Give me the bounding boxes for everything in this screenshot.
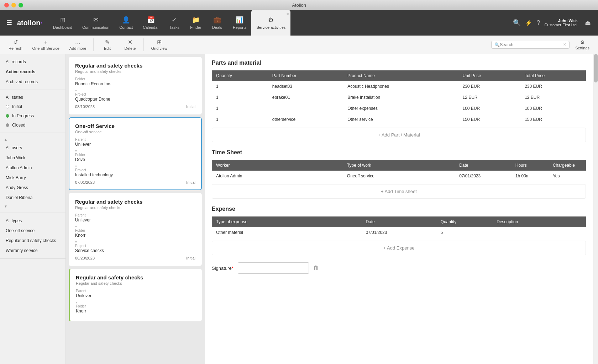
minimize-button[interactable]	[11, 3, 16, 7]
nav-item-tasks[interactable]: ✓ Tasks	[164, 10, 185, 36]
nav-item-label: Reports	[233, 25, 247, 30]
help-icon[interactable]: ?	[536, 19, 540, 27]
cell-unit-price: 12 EUR	[458, 92, 521, 103]
cell-product-name: Other service	[343, 114, 458, 125]
closed-dot	[6, 123, 9, 127]
sidebar-item-all-records[interactable]: All records	[0, 57, 65, 67]
table-row[interactable]: 1 Other expenses 100 EUR 100 EUR	[212, 103, 586, 114]
card-status: Initial	[186, 105, 195, 109]
contact-icon: 👤	[122, 16, 130, 24]
parent-label: Parent	[75, 213, 195, 217]
sidebar-type-regular[interactable]: Regular and safety checks	[0, 236, 65, 246]
card-subtitle: One-off service	[75, 130, 195, 134]
nav-item-calendar[interactable]: 📅 Calendar	[138, 10, 164, 36]
sidebar-state-closed[interactable]: Closed	[0, 121, 65, 130]
sidebar-type-warranty[interactable]: Warranty service	[0, 246, 65, 256]
card-2[interactable]: One-off Service One-off service Parent U…	[69, 117, 202, 190]
user-menu[interactable]: John Wick Customer First Ltd.	[544, 18, 578, 27]
sidebar-user-all[interactable]: All users	[0, 143, 65, 153]
cell-part-number: headset03	[268, 81, 343, 92]
table-row[interactable]: 1 otherservice Other service 150 EUR 150…	[212, 114, 586, 125]
parent-value: Unilever	[76, 293, 195, 298]
delete-label: Delete	[125, 46, 136, 50]
cell-type-of-work: Oneoff service	[343, 171, 455, 181]
logout-icon[interactable]: ⏏	[582, 19, 591, 27]
toolbar-divider-2	[143, 38, 144, 51]
table-row[interactable]: 1 ebrake01 Brake Installation 12 EUR 12 …	[212, 92, 586, 103]
sidebar-state-in-progress[interactable]: In Progress	[0, 111, 65, 121]
card-4[interactable]: Regular and safety checks Regular and sa…	[69, 269, 202, 321]
nav-item-dashboard[interactable]: ⊞ Dashboard	[48, 10, 77, 36]
chevron-icon: ▾	[76, 300, 195, 304]
lightning-icon[interactable]: ⚡	[525, 20, 532, 26]
project-label: Project	[75, 92, 195, 96]
nav-item-contact[interactable]: 👤 Contact	[114, 10, 138, 36]
window-title: Atollon	[292, 2, 306, 8]
search-clear-icon[interactable]: ✕	[563, 42, 566, 47]
parent-value: Unilever	[75, 218, 195, 223]
card-footer: 08/10/2023 Initial	[75, 105, 195, 109]
hamburger-menu[interactable]: ☰	[3, 16, 16, 30]
tab-close-icon[interactable]: ✕	[286, 12, 289, 16]
card-status: Initial	[186, 256, 195, 260]
signature-delete-icon[interactable]: 🗑	[313, 265, 319, 271]
table-row[interactable]: Other material 07/01/2023 5	[212, 227, 586, 238]
users-scroll-up[interactable]: ▲	[3, 136, 9, 142]
sidebar-user-atollon-admin[interactable]: Atollon Admin	[0, 163, 65, 173]
project-value: Installed technology	[75, 172, 195, 177]
nav-item-label: Contact	[119, 25, 133, 30]
sidebar-user-john-wick[interactable]: John Wick	[0, 153, 65, 163]
add-icon: +	[44, 39, 47, 46]
nav-item-label: Deals	[212, 25, 222, 30]
search-icon[interactable]: 🔍	[513, 19, 521, 27]
cell-type-of-expense: Other material	[212, 227, 361, 238]
sidebar-item-active-records[interactable]: Active records	[0, 67, 65, 77]
folder-label: Folder	[76, 304, 195, 308]
window-controls[interactable]	[4, 3, 23, 7]
add-part-material-button[interactable]: + Add Part / Material	[212, 128, 586, 142]
parts-material-table: Quantity Part Number Product Name Unit P…	[212, 70, 586, 125]
sidebar-user-mick-barry[interactable]: Mick Barry	[0, 173, 65, 183]
card-footer: 07/01/2023 Initial	[75, 180, 195, 184]
card-3[interactable]: Regular and safety checks Regular and sa…	[69, 193, 202, 266]
card-1[interactable]: Regular and safety checks Regular and sa…	[69, 57, 202, 114]
nav-item-service-activities[interactable]: ✕ ⚙ Service activities	[251, 10, 290, 36]
nav-item-reports[interactable]: 📊 Reports	[228, 10, 252, 36]
sidebar-type-one-off[interactable]: One-off service	[0, 226, 65, 236]
maximize-button[interactable]	[19, 3, 23, 7]
sidebar-state-all[interactable]: All states	[0, 93, 65, 102]
table-row[interactable]: Atollon Admin Oneoff service 07/01/2023 …	[212, 171, 586, 181]
one-off-service-button[interactable]: + One-off Service	[28, 38, 64, 52]
settings-button[interactable]: ⚙ Settings	[571, 38, 594, 52]
refresh-label: Refresh	[9, 46, 22, 50]
delete-button[interactable]: ✕ Delete	[119, 37, 141, 52]
sidebar-user-andy-gross[interactable]: Andy Gross	[0, 183, 65, 193]
close-button[interactable]	[4, 3, 9, 7]
nav-item-communication[interactable]: ✉ Communication	[77, 10, 114, 36]
search-input[interactable]	[500, 42, 563, 47]
nav-item-finder[interactable]: 📁 Finder	[185, 10, 206, 36]
search-bar[interactable]: 🔍 ✕	[491, 41, 570, 49]
users-scroll-down[interactable]: ▼	[3, 203, 9, 209]
add-more-button[interactable]: … Add more	[65, 38, 91, 52]
signature-input[interactable]	[238, 262, 309, 274]
detail-scrollbar[interactable]	[593, 54, 598, 364]
grid-view-button[interactable]: ⊞ Grid view	[147, 37, 172, 52]
folder-value: Knorr	[75, 233, 195, 238]
refresh-button[interactable]: ↺ Refresh	[4, 37, 27, 52]
sidebar-type-all[interactable]: All types	[0, 216, 65, 226]
add-timesheet-button[interactable]: + Add Time sheet	[212, 184, 586, 199]
col-part-number: Part Number	[268, 70, 343, 81]
table-row[interactable]: 1 headset03 Acoustic Headphones 230 EUR …	[212, 81, 586, 92]
logo-text: atollon·	[17, 19, 42, 27]
sidebar-state-initial[interactable]: Initial	[0, 102, 65, 111]
edit-button[interactable]: ✎ Edit	[96, 37, 118, 52]
nav-item-deals[interactable]: 💼 Deals	[206, 10, 228, 36]
card-subtitle: Regular and safety checks	[76, 281, 195, 285]
sidebar-user-daniel-ribeira[interactable]: Daniel Ribeira	[0, 193, 65, 203]
add-expense-button[interactable]: + Add Expense	[212, 241, 586, 255]
cell-hours: 1h 00m	[511, 171, 549, 181]
sidebar-item-archived-records[interactable]: Archived records	[0, 77, 65, 87]
parts-material-title: Parts and material	[212, 60, 586, 66]
scrollbar-thumb[interactable]	[594, 54, 598, 82]
